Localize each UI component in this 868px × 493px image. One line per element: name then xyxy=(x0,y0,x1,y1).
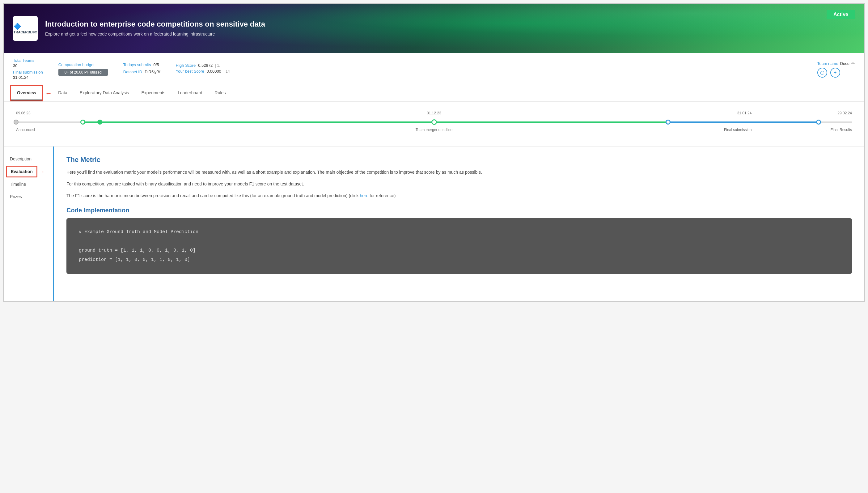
active-badge: Active xyxy=(827,10,855,19)
metric-p1: Here you'll find the evaluation metric y… xyxy=(66,169,852,176)
hero-title: Introduction to enterprise code competit… xyxy=(45,20,265,28)
tab-eda[interactable]: Exploratory Data Analysis xyxy=(73,86,135,101)
timeline-line-green xyxy=(83,122,668,123)
evaluation-arrow: ← xyxy=(41,168,47,175)
high-score-label: High Score xyxy=(176,63,196,68)
timeline-dot-announced xyxy=(14,120,19,125)
todays-submits-label: Todays submits xyxy=(123,62,151,67)
timeline-track xyxy=(16,119,852,125)
budget-bar-text: 0F of 20.00 PF utilized xyxy=(65,70,102,74)
final-submission-value: 31.01.24 xyxy=(13,75,43,80)
timeline-dot-current xyxy=(97,120,102,125)
tab-overview[interactable]: Overview xyxy=(11,86,42,101)
code-block: # Example Ground Truth and Model Predict… xyxy=(66,218,852,274)
metric-p3: The F1 score is the harmonic mean betwee… xyxy=(66,192,852,200)
edit-icon[interactable]: ✏ xyxy=(851,61,855,66)
timeline-label-3: Team merger deadline xyxy=(416,128,452,132)
score-group: High Score 0.52872 | 1. Your best Score … xyxy=(176,63,230,75)
stats-bar: Total Teams 30 Final submission 31.01.24… xyxy=(4,53,864,85)
sidebar-item-evaluation[interactable]: Evaluation xyxy=(6,166,37,177)
timeline-dot-start xyxy=(80,120,85,125)
hero-banner: Active 🔷 TRACERBL©C Introduction to ente… xyxy=(4,4,864,53)
computation-budget-label: Computation budget xyxy=(59,62,108,67)
dataset-id-value: DjR5jyBf xyxy=(144,69,160,74)
your-best-score-label: Your best Score xyxy=(176,69,204,73)
timeline-date-3: 01.12.23 xyxy=(427,111,441,115)
nodes-icon: ⬡ xyxy=(820,70,824,76)
hero-text: Introduction to enterprise code competit… xyxy=(45,20,265,37)
sidebar-nav: Description Evaluation ← Timeline Prizes xyxy=(4,147,53,301)
your-best-score-rank: | 14 xyxy=(224,69,230,73)
tab-rules[interactable]: Rules xyxy=(208,86,232,101)
content-area: The Metric Here you'll find the evaluati… xyxy=(53,147,864,301)
evaluation-nav-row: Evaluation ← xyxy=(4,165,53,178)
team-group: Team name Docu ✏ ⬡ + xyxy=(817,60,855,78)
timeline-section: 09.06.23 01.12.23 31.01.24 29.02.24 An xyxy=(4,102,864,147)
overview-tab-wrapper: Overview xyxy=(10,85,43,101)
team-name-label: Team name xyxy=(817,61,838,66)
todays-submits-value: 0/5 xyxy=(153,62,159,67)
dataset-id-label: Dataset ID xyxy=(123,69,142,74)
logo-icon: 🔷 xyxy=(14,23,37,30)
timeline-label-5: Final Results xyxy=(831,128,852,132)
sidebar-item-prizes[interactable]: Prizes xyxy=(4,190,53,203)
metric-p3-before: The F1 score is the harmonic mean betwee… xyxy=(66,193,360,198)
code-title: Code Implementation xyxy=(66,207,852,214)
main-content: Description Evaluation ← Timeline Prizes… xyxy=(4,147,864,301)
overview-tab-highlight-row: Overview ← xyxy=(10,85,52,101)
timeline-dot-results xyxy=(816,120,821,125)
hero-subtitle: Explore and get a feel how code competit… xyxy=(45,31,230,37)
sidebar-item-timeline[interactable]: Timeline xyxy=(4,178,53,190)
high-score-rank: | 1. xyxy=(215,63,220,68)
team-name-value: Docu xyxy=(840,61,849,66)
budget-bar: 0F of 20.00 PF utilized xyxy=(59,69,108,76)
budget-group: Computation budget 0F of 20.00 PF utiliz… xyxy=(59,62,108,76)
your-best-score-value: 0.00000 xyxy=(207,69,221,73)
nodes-button[interactable]: ⬡ xyxy=(817,68,827,78)
tab-leaderboard[interactable]: Leaderboard xyxy=(172,86,208,101)
timeline-dot-final-sub xyxy=(666,120,671,125)
logo-box: 🔷 TRACERBL©C xyxy=(13,16,38,41)
timeline-label-1: Announced xyxy=(16,128,35,132)
plus-icon: + xyxy=(834,70,837,76)
metric-p2: For this competition, you are tasked wit… xyxy=(66,180,852,188)
total-teams-label: Total Teams xyxy=(13,58,43,63)
timeline-date-4: 31.01.24 xyxy=(737,111,752,115)
total-teams-value: 30 xyxy=(13,63,43,68)
metric-p3-link[interactable]: here xyxy=(360,193,368,198)
timeline-line-blue xyxy=(668,122,819,123)
stat-group-submits: Todays submits 0/5 Dataset ID DjR5jyBf xyxy=(123,62,160,76)
timeline-date-5: 29.02.24 xyxy=(838,111,852,115)
timeline-label-4: Final submission xyxy=(724,128,752,132)
overview-arrow: ← xyxy=(45,89,52,98)
metric-title: The Metric xyxy=(66,156,852,164)
tab-experiments[interactable]: Experiments xyxy=(135,86,172,101)
timeline-date-1: 09.06.23 xyxy=(16,111,30,115)
tabs-container: Overview ← Data Exploratory Data Analysi… xyxy=(4,85,864,102)
team-actions: ⬡ + xyxy=(817,68,855,78)
high-score-value: 0.52872 xyxy=(198,63,213,68)
timeline-dot-merger xyxy=(431,119,437,125)
add-member-button[interactable]: + xyxy=(830,68,840,78)
tab-data[interactable]: Data xyxy=(52,86,73,101)
code-text: # Example Ground Truth and Model Predict… xyxy=(79,228,840,264)
metric-p3-after: for reference) xyxy=(368,193,396,198)
final-submission-label: Final submission xyxy=(13,70,43,74)
sidebar-item-description[interactable]: Description xyxy=(4,153,53,165)
stat-group-teams: Total Teams 30 Final submission 31.01.24 xyxy=(13,58,43,80)
logo-text: TRACERBL©C xyxy=(14,30,37,34)
